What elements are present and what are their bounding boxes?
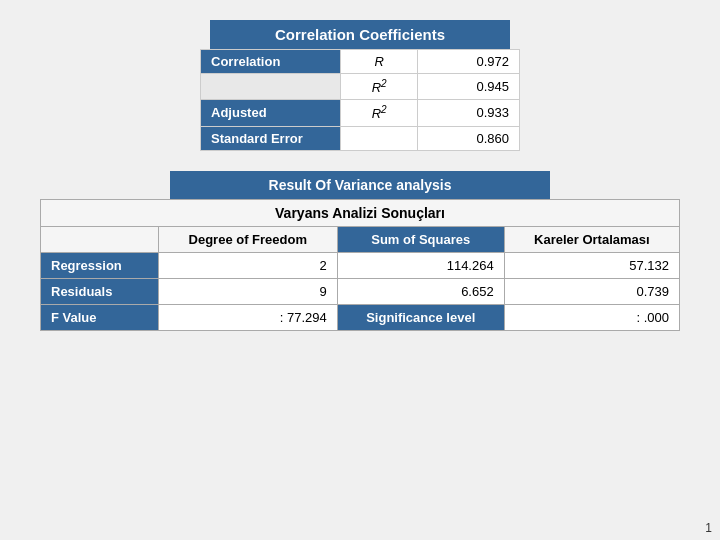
- correlation-table: Correlation R 0.972 R2 0.945 Adjusted R2…: [200, 49, 520, 151]
- corr-value-4: 0.860: [417, 126, 519, 150]
- residuals-sos: 6.652: [337, 278, 504, 304]
- correlation-section: Correlation Coefficients Correlation R 0…: [130, 20, 590, 151]
- variance-section: Result Of Variance analysis Varyans Anal…: [40, 171, 680, 331]
- table-row: R2 0.945: [201, 74, 520, 100]
- main-container: Correlation Coefficients Correlation R 0…: [0, 0, 720, 540]
- corr-label-4: Standard Error: [201, 126, 341, 150]
- residuals-km: 0.739: [504, 278, 679, 304]
- table-row: Correlation R 0.972: [201, 50, 520, 74]
- regression-label: Regression: [41, 252, 159, 278]
- variance-table: Varyans Analizi Sonuçları Degree of Free…: [40, 199, 680, 331]
- f-value: : 77.294: [158, 304, 337, 330]
- corr-symbol-4: [341, 126, 418, 150]
- col-header-km: Kareler Ortalaması: [504, 226, 679, 252]
- col-header-empty: [41, 226, 159, 252]
- corr-symbol-1: R: [341, 50, 418, 74]
- corr-value-1: 0.972: [417, 50, 519, 74]
- corr-value-3: 0.933: [417, 100, 519, 126]
- footer-row: F Value : 77.294 Significance level : .0…: [41, 304, 680, 330]
- variance-title-row: Varyans Analizi Sonuçları: [41, 199, 680, 226]
- corr-label-3: Adjusted: [201, 100, 341, 126]
- sig-label: Significance level: [337, 304, 504, 330]
- page-number: 1: [705, 521, 712, 535]
- regression-dof: 2: [158, 252, 337, 278]
- variance-header-row: Degree of Freedom Sum of Squares Kareler…: [41, 226, 680, 252]
- sig-value: : .000: [504, 304, 679, 330]
- regression-row: Regression 2 114.264 57.132: [41, 252, 680, 278]
- correlation-header: Correlation Coefficients: [210, 20, 510, 49]
- regression-sos: 114.264: [337, 252, 504, 278]
- corr-symbol-2: R2: [341, 74, 418, 100]
- variance-title: Varyans Analizi Sonuçları: [41, 199, 680, 226]
- residuals-dof: 9: [158, 278, 337, 304]
- corr-label-1: Correlation: [201, 50, 341, 74]
- corr-value-2: 0.945: [417, 74, 519, 100]
- residuals-row: Residuals 9 6.652 0.739: [41, 278, 680, 304]
- table-row: Adjusted R2 0.933: [201, 100, 520, 126]
- regression-km: 57.132: [504, 252, 679, 278]
- col-header-sos: Sum of Squares: [337, 226, 504, 252]
- corr-label-2: [201, 74, 341, 100]
- table-row: Standard Error 0.860: [201, 126, 520, 150]
- corr-symbol-3: R2: [341, 100, 418, 126]
- variance-header: Result Of Variance analysis: [170, 171, 550, 199]
- f-value-label: F Value: [41, 304, 159, 330]
- residuals-label: Residuals: [41, 278, 159, 304]
- col-header-dof: Degree of Freedom: [158, 226, 337, 252]
